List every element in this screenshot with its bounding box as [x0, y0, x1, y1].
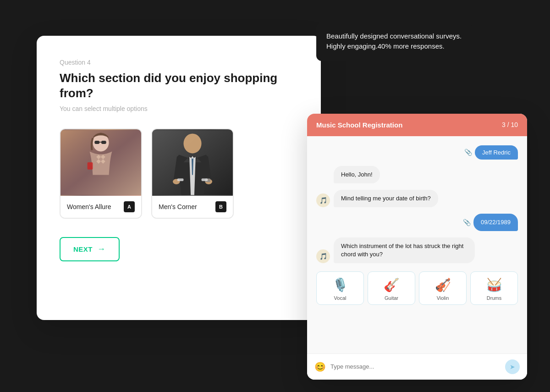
- option-image-a: [60, 129, 141, 196]
- send-icon: ➤: [510, 363, 515, 370]
- svg-rect-13: [177, 178, 184, 181]
- women-allure-image: [60, 129, 141, 196]
- next-button-label: NEXT: [73, 245, 93, 253]
- svg-rect-3: [94, 141, 99, 144]
- attach-icon-2: 📎: [463, 219, 471, 226]
- drums-label: Drums: [487, 295, 501, 301]
- guitar-emoji: 🎸: [384, 277, 400, 293]
- svg-rect-14: [202, 178, 208, 181]
- drums-emoji: 🥁: [486, 277, 502, 293]
- chat-header-title: Music School Registration: [316, 121, 402, 129]
- option-image-b: [152, 129, 233, 196]
- bubble-dob: Mind telling me your date of birth?: [334, 190, 438, 207]
- emoji-button[interactable]: 😊: [314, 361, 326, 372]
- next-arrow-icon: →: [97, 244, 106, 254]
- option-key-badge-b: B: [215, 201, 226, 212]
- chat-body: 📎 Jeff Redric Hello, John! 🎵 Mind tellin…: [307, 136, 527, 353]
- msg-row-date: 📎 09/22/1989: [316, 214, 518, 231]
- next-button[interactable]: NEXT →: [60, 237, 120, 261]
- violin-emoji: 🎻: [435, 277, 451, 293]
- bubble-date: 09/22/1989: [473, 214, 518, 231]
- date-text: 09/22/1989: [481, 219, 511, 226]
- guitar-label: Guitar: [385, 295, 398, 301]
- instrument-card-violin[interactable]: 🎻 Violin: [419, 271, 467, 305]
- svg-rect-4: [101, 141, 106, 144]
- option-label-row-b: Men's Corner B: [152, 196, 233, 218]
- svg-point-9: [183, 134, 201, 154]
- option-label-text-a: Women's Allure: [67, 203, 111, 210]
- msg-row-hello: Hello, John!: [316, 166, 518, 183]
- chat-footer: 😊 ➤: [307, 353, 527, 380]
- tooltip-box: Beautifully designed conversational surv…: [316, 22, 472, 61]
- send-button[interactable]: ➤: [505, 359, 520, 374]
- option-label-text-b: Men's Corner: [159, 203, 197, 210]
- bubble-hello: Hello, John!: [334, 166, 380, 183]
- question-title: Which section did you enjoy shopping fro…: [60, 71, 298, 102]
- attach-icon-1: 📎: [464, 149, 472, 156]
- vocal-emoji: 🎙️: [332, 277, 348, 293]
- question-subtitle: You can select multiple options: [60, 105, 298, 112]
- question-label: Question 4: [60, 59, 298, 66]
- chat-header: Music School Registration 3 / 10: [307, 114, 527, 136]
- survey-card: Question 4 Which section did you enjoy s…: [37, 36, 321, 320]
- dob-text: Mind telling me your date of birth?: [341, 195, 431, 202]
- violin-label: Violin: [437, 295, 449, 301]
- bot-avatar-1: 🎵: [316, 193, 330, 207]
- bot-avatar-2: 🎵: [316, 249, 330, 263]
- mens-corner-image: [152, 129, 233, 196]
- msg-row-dob: 🎵 Mind telling me your date of birth?: [316, 190, 518, 207]
- option-key-badge-a: A: [124, 201, 135, 212]
- instrument-text: Which instrument of the lot has struck t…: [341, 243, 463, 258]
- instrument-card-vocal[interactable]: 🎙️ Vocal: [316, 271, 364, 305]
- chat-input[interactable]: [330, 363, 500, 370]
- option-card-a[interactable]: Women's Allure A: [60, 128, 142, 219]
- scene: Beautifully designed conversational surv…: [23, 22, 527, 370]
- bubble-name: Jeff Redric: [475, 145, 518, 160]
- chat-header-progress: 3 / 10: [502, 121, 518, 128]
- option-card-b[interactable]: Men's Corner B: [151, 128, 234, 219]
- option-label-row-a: Women's Allure A: [60, 196, 141, 218]
- svg-rect-6: [88, 162, 93, 170]
- instrument-card-guitar[interactable]: 🎸 Guitar: [368, 271, 415, 305]
- bubble-instrument: Which instrument of the lot has struck t…: [334, 237, 475, 263]
- instrument-grid: 🎙️ Vocal 🎸 Guitar 🎻 Violin 🥁 Drums: [316, 271, 518, 305]
- options-row: Women's Allure A: [60, 128, 298, 219]
- instrument-card-drums[interactable]: 🥁 Drums: [470, 271, 518, 305]
- tooltip-text: Beautifully designed conversational surv…: [326, 32, 462, 50]
- chat-card: Music School Registration 3 / 10 📎 Jeff …: [307, 114, 527, 380]
- vocal-label: Vocal: [334, 295, 346, 301]
- msg-row-name: 📎 Jeff Redric: [316, 145, 518, 160]
- msg-row-instrument: 🎵 Which instrument of the lot has struck…: [316, 237, 518, 263]
- hello-text: Hello, John!: [341, 171, 373, 178]
